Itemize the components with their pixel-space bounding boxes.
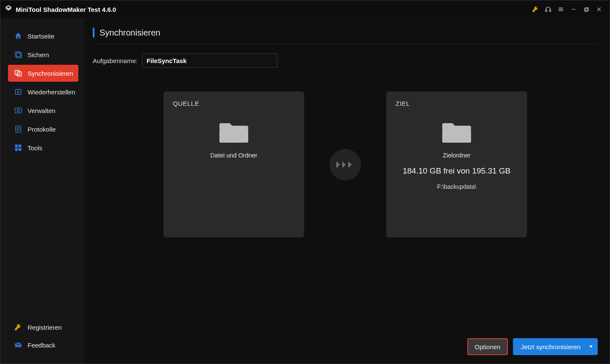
svg-point-17: [17, 110, 19, 112]
titlebar-menu-icon[interactable]: [555, 3, 567, 16]
app-title-wrap: MiniTool ShadowMaker Test 4.6.0: [5, 5, 116, 14]
window-minimize-button[interactable]: [567, 3, 580, 16]
tools-icon: [14, 143, 22, 152]
titlebar-key-icon[interactable]: [529, 3, 542, 16]
options-button-label: Optionen: [475, 343, 501, 350]
sidebar-feedback[interactable]: Feedback: [8, 336, 78, 353]
manage-icon: [14, 106, 22, 115]
sidebar-register[interactable]: Registrieren: [8, 319, 78, 336]
key-icon: [14, 323, 22, 331]
sidebar-item-sichern[interactable]: Sichern: [8, 46, 78, 63]
svg-rect-0: [546, 10, 547, 11]
page-accent: [93, 28, 94, 38]
sync-arrow-icon: [330, 149, 361, 180]
page-title: Synchronisieren: [100, 28, 160, 38]
sidebar-item-label: Protokolle: [28, 126, 56, 133]
sidebar-item-startseite[interactable]: Startseite: [8, 28, 78, 44]
svg-rect-16: [15, 108, 22, 113]
backup-icon: [14, 50, 22, 59]
source-panel[interactable]: QUELLE Datei und Ordner: [164, 91, 304, 237]
window-maximize-button[interactable]: [580, 3, 593, 16]
target-panel[interactable]: ZIEL Zielordner 184.10 GB frei von 195.3…: [386, 91, 527, 237]
titlebar: MiniTool ShadowMaker Test 4.6.0: [0, 0, 610, 18]
folder-icon: [219, 119, 249, 144]
chevron-down-icon: [589, 346, 593, 348]
mail-icon: [14, 341, 22, 349]
home-icon: [14, 32, 22, 40]
sidebar-item-protokolle[interactable]: Protokolle: [8, 121, 78, 138]
sidebar-item-label: Verwalten: [28, 107, 55, 114]
options-button[interactable]: Optionen: [467, 338, 508, 355]
svg-rect-25: [19, 148, 22, 151]
target-line1: Zielordner: [443, 152, 470, 159]
sidebar-item-label: Tools: [28, 144, 42, 152]
sidebar-register-label: Registrieren: [28, 324, 62, 331]
svg-rect-22: [15, 145, 18, 148]
page-header: Synchronisieren: [93, 28, 598, 44]
target-line3: F:\backupdata\: [437, 183, 477, 190]
sync-now-button-label: Jetzt synchronisieren: [521, 343, 581, 350]
sidebar-item-label: Startseite: [28, 33, 54, 40]
svg-rect-23: [19, 145, 22, 148]
logs-icon: [14, 125, 22, 133]
source-panel-title: QUELLE: [173, 100, 295, 107]
restore-icon: [14, 88, 22, 96]
folder-icon: [441, 119, 472, 144]
sidebar: Startseite Sichern Synchronisieren: [0, 18, 84, 364]
sidebar-feedback-label: Feedback: [28, 342, 55, 349]
target-panel-title: ZIEL: [396, 100, 518, 107]
sidebar-item-tools[interactable]: Tools: [8, 139, 78, 156]
action-bar: Optionen Jetzt synchronisieren: [467, 338, 598, 355]
main-content: Synchronisieren Aufgabenname: QUELLE Dat…: [84, 18, 610, 364]
svg-rect-27: [442, 129, 471, 143]
sidebar-item-verwalten[interactable]: Verwalten: [8, 102, 78, 119]
sidebar-item-label: Wiederherstellen: [28, 88, 75, 96]
svg-rect-7: [585, 8, 588, 11]
target-line2: 184.10 GB frei von 195.31 GB: [403, 166, 511, 176]
svg-rect-26: [219, 129, 248, 143]
svg-rect-6: [585, 8, 588, 11]
task-name-label: Aufgabenname:: [93, 57, 138, 64]
sync-now-button[interactable]: Jetzt synchronisieren: [513, 338, 598, 355]
app-logo-icon: [5, 5, 12, 14]
task-name-row: Aufgabenname:: [93, 53, 598, 68]
app-window: MiniTool ShadowMaker Test 4.6.0: [0, 0, 610, 364]
sidebar-item-label: Sichern: [28, 51, 49, 58]
panels-row: QUELLE Datei und Ordner ZIEL: [93, 91, 598, 237]
svg-rect-1: [549, 10, 551, 11]
sync-icon: [14, 69, 22, 77]
app-title: MiniTool ShadowMaker Test 4.6.0: [16, 6, 116, 13]
source-line1: Datei und Ordner: [210, 152, 257, 159]
window-close-button[interactable]: [593, 3, 605, 16]
sidebar-item-label: Synchronisieren: [28, 70, 73, 77]
titlebar-headset-icon[interactable]: [542, 3, 555, 16]
sidebar-item-wiederherstellen[interactable]: Wiederherstellen: [8, 83, 78, 100]
sidebar-item-synchronisieren[interactable]: Synchronisieren: [8, 65, 78, 82]
svg-rect-24: [15, 148, 18, 151]
task-name-input[interactable]: [142, 53, 277, 68]
